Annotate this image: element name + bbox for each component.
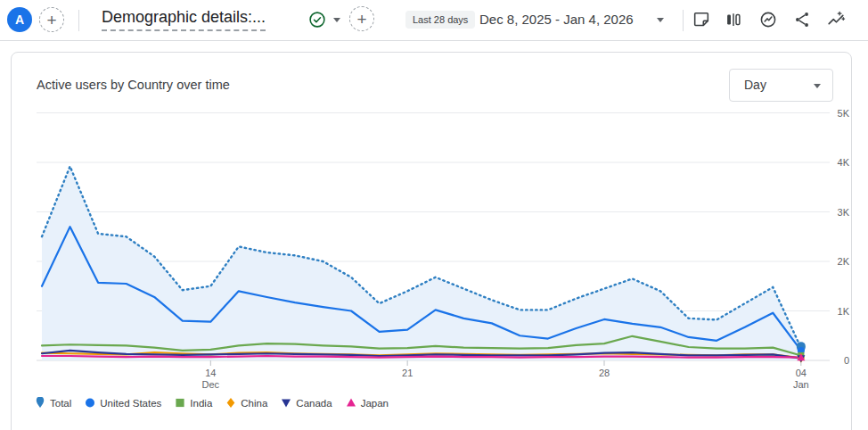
legend-item-canada: Canada <box>281 397 332 409</box>
svg-text:4K: 4K <box>838 157 850 168</box>
legend-label: Canada <box>296 398 332 409</box>
header-divider <box>78 10 79 31</box>
india-square-icon <box>175 397 185 409</box>
comparison-icon <box>724 10 743 29</box>
note-icon <box>695 13 708 26</box>
add-comparison-button[interactable]: + <box>39 7 64 32</box>
svg-text:2K: 2K <box>838 256 850 267</box>
canada-triangle-down-icon <box>281 397 291 409</box>
magic-insights-button[interactable] <box>826 10 846 29</box>
svg-text:14: 14 <box>205 368 216 378</box>
chart-card: Active users by Country over time Day 01… <box>11 52 852 430</box>
svg-text:21: 21 <box>402 368 413 378</box>
header-divider <box>683 10 684 31</box>
active-users-chart[interactable]: 01K2K3K4K5K14Dec212804Jan <box>12 106 853 395</box>
granularity-value: Day <box>744 78 766 92</box>
account-avatar[interactable]: A <box>7 7 32 32</box>
svg-text:1K: 1K <box>838 306 850 317</box>
share-button[interactable] <box>792 10 812 29</box>
legend-item-china: China <box>225 397 267 409</box>
svg-text:0: 0 <box>844 355 849 366</box>
legend-item-united-states: United States <box>85 397 161 409</box>
legend-label: United States <box>100 398 161 409</box>
legend-label: India <box>190 398 212 409</box>
magic-insights-icon <box>826 10 846 29</box>
legend-label: Japan <box>361 398 389 409</box>
svg-text:Jan: Jan <box>793 379 809 390</box>
united-states-circle-icon <box>85 397 95 409</box>
svg-text:3K: 3K <box>838 207 850 218</box>
svg-text:5K: 5K <box>838 108 850 119</box>
legend-label: Total <box>50 398 71 409</box>
comparison-button[interactable] <box>724 10 743 29</box>
chevron-down-icon <box>814 84 821 88</box>
total-drop-icon <box>35 397 45 409</box>
svg-text:Dec: Dec <box>202 379 220 390</box>
svg-text:28: 28 <box>599 368 610 378</box>
legend-item-total: Total <box>35 397 71 409</box>
note-button[interactable] <box>692 10 711 29</box>
legend-item-japan: Japan <box>346 397 389 409</box>
svg-text:04: 04 <box>796 368 807 378</box>
report-saved-check-icon[interactable] <box>307 10 327 29</box>
add-report-button[interactable]: + <box>349 6 374 31</box>
date-range-caret-icon[interactable] <box>657 18 664 22</box>
insights-button[interactable] <box>758 10 778 29</box>
plus-icon: + <box>356 11 366 28</box>
granularity-select[interactable]: Day <box>729 69 833 102</box>
app-header: A + Demographic details:... + Last 28 da… <box>0 0 868 41</box>
date-range-selector[interactable]: Dec 8, 2025 - Jan 4, 2026 <box>479 12 634 27</box>
share-icon <box>792 10 812 29</box>
japan-triangle-up-icon <box>346 397 356 409</box>
legend-label: China <box>241 398 267 409</box>
plus-icon: + <box>46 12 56 29</box>
insights-icon <box>758 10 778 29</box>
report-title[interactable]: Demographic details:... <box>102 8 266 31</box>
legend-item-india: India <box>175 397 212 409</box>
chart-legend: Total United States India China Canada J… <box>35 397 389 409</box>
china-diamond-icon <box>225 397 236 409</box>
chart-title: Active users by Country over time <box>37 78 230 92</box>
date-preset-badge: Last 28 days <box>405 11 475 29</box>
report-title-caret-icon[interactable] <box>333 18 340 22</box>
